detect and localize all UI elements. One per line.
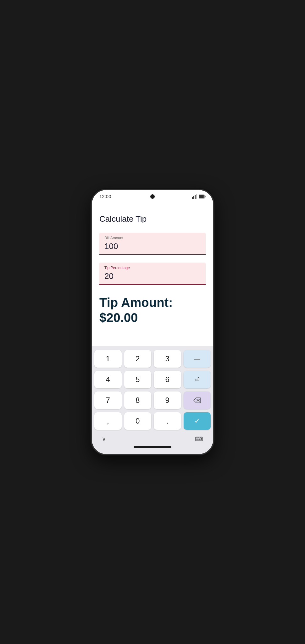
phone-inner: 12:00 Calculate Tip: [92, 190, 213, 454]
keyboard-bottom-nav: ∨ ⌨: [94, 433, 211, 444]
key-enter[interactable]: ⏎: [184, 371, 211, 388]
key-dot[interactable]: .: [154, 412, 181, 430]
key-minus[interactable]: —: [184, 350, 211, 368]
tip-result-label: Tip Amount:: [99, 296, 173, 309]
bill-amount-field[interactable]: Bill Amount 100: [99, 233, 206, 255]
svg-rect-1: [193, 196, 194, 199]
status-icons: [192, 194, 206, 199]
keyboard-area: 1 2 3 — 4 5 6 ⏎ 7 8 9: [92, 346, 213, 454]
status-bar: 12:00: [92, 190, 213, 202]
svg-rect-6: [205, 196, 205, 197]
tip-percentage-label: Tip Percentage: [104, 266, 201, 270]
key-6[interactable]: 6: [154, 371, 181, 388]
key-2[interactable]: 2: [124, 350, 152, 368]
checkmark-icon: ✓: [194, 417, 200, 425]
bill-amount-label: Bill Amount: [104, 236, 201, 240]
minus-icon: —: [194, 356, 200, 362]
tip-result: Tip Amount: $20.00: [99, 295, 206, 325]
status-time: 12:00: [99, 194, 111, 199]
keyboard-row-4: , 0 . ✓: [94, 412, 211, 430]
keyboard-row-1: 1 2 3 —: [94, 350, 211, 368]
key-4[interactable]: 4: [94, 371, 122, 388]
app-title: Calculate Tip: [99, 214, 206, 224]
key-7[interactable]: 7: [94, 391, 122, 409]
signal-icon: [192, 194, 197, 199]
app-content: Calculate Tip Bill Amount 100 Tip Percen…: [92, 202, 213, 346]
key-backspace[interactable]: [184, 391, 211, 409]
key-3[interactable]: 3: [154, 350, 181, 368]
key-comma[interactable]: ,: [94, 412, 122, 430]
key-1[interactable]: 1: [94, 350, 122, 368]
key-confirm[interactable]: ✓: [184, 412, 211, 430]
tip-result-text: Tip Amount: $20.00: [99, 295, 206, 325]
tip-percentage-value: 20: [104, 271, 201, 281]
key-5[interactable]: 5: [124, 371, 152, 388]
key-8[interactable]: 8: [124, 391, 152, 409]
enter-icon: ⏎: [195, 376, 199, 383]
bill-amount-value: 100: [104, 242, 201, 251]
svg-rect-2: [195, 195, 196, 199]
chevron-down-icon[interactable]: ∨: [102, 436, 106, 442]
camera-notch: [150, 194, 155, 199]
key-0[interactable]: 0: [124, 412, 152, 430]
keyboard-row-3: 7 8 9: [94, 391, 211, 409]
backspace-icon: [193, 397, 201, 403]
keyboard-row-2: 4 5 6 ⏎: [94, 371, 211, 388]
phone-frame: 12:00 Calculate Tip: [91, 189, 214, 455]
tip-percentage-field[interactable]: Tip Percentage 20: [99, 263, 206, 285]
tip-result-amount: $20.00: [99, 311, 138, 325]
home-bar: [134, 446, 171, 448]
battery-icon: [199, 194, 206, 199]
svg-rect-5: [199, 195, 204, 198]
keyboard-switch-icon[interactable]: ⌨: [195, 436, 203, 442]
svg-rect-3: [196, 194, 197, 199]
svg-rect-0: [192, 197, 193, 199]
key-9[interactable]: 9: [154, 391, 181, 409]
